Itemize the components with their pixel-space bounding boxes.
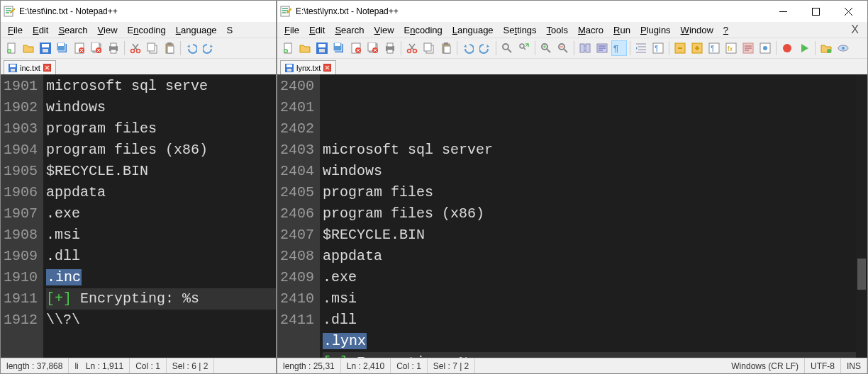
wrap-button[interactable] — [594, 40, 610, 56]
code-line[interactable]: .dll — [46, 246, 276, 267]
menu-encoding[interactable]: Encoding — [400, 23, 447, 37]
cut-button[interactable] — [404, 40, 420, 56]
code-line[interactable]: .lynx — [323, 331, 867, 352]
code-line[interactable]: program files — [46, 118, 276, 140]
print-button[interactable] — [106, 40, 121, 56]
menu-language[interactable]: Language — [172, 23, 221, 37]
pilcrow-button[interactable]: ¶ — [706, 40, 722, 56]
close-button[interactable] — [72, 40, 87, 56]
closeall-button[interactable] — [365, 40, 381, 56]
code-line[interactable]: .msi — [46, 225, 276, 246]
menu-language[interactable]: Language — [448, 23, 498, 37]
menu-tools[interactable]: Tools — [542, 23, 572, 37]
closeall-button[interactable] — [89, 40, 104, 56]
redo-button[interactable] — [201, 40, 216, 56]
code-line[interactable]: .exe — [323, 267, 867, 288]
menu-file[interactable]: File — [4, 23, 27, 37]
menu-settings[interactable]: Settings — [499, 23, 541, 37]
unfold-button[interactable] — [689, 40, 705, 56]
menu-run[interactable]: Run — [609, 23, 635, 37]
code-line[interactable]: windows — [323, 161, 867, 182]
replace-button[interactable] — [516, 40, 532, 56]
bookmark-button[interactable] — [757, 40, 773, 56]
redo-button[interactable] — [477, 40, 493, 56]
code-line[interactable]: program files (x86) — [323, 203, 867, 225]
menu-plugins[interactable]: Plugins — [636, 23, 675, 37]
code-line[interactable]: $RECYCLE.BIN — [323, 225, 867, 246]
tab-inc[interactable]: inc.txt — [4, 60, 56, 74]
print-button[interactable] — [382, 40, 398, 56]
menu-search[interactable]: Search — [330, 23, 368, 37]
code-area[interactable]: ➤ microsoft sql serverwindowsprogram fil… — [320, 74, 867, 358]
code-line[interactable]: $RECYCLE.BIN — [46, 161, 276, 182]
zoomin-button[interactable] — [538, 40, 554, 56]
editor[interactable]: 2400240124022403240424052406240724082409… — [277, 74, 867, 358]
copy-button[interactable] — [421, 40, 437, 56]
code-line[interactable]: .exe — [46, 203, 276, 225]
menu-search[interactable]: Search — [54, 23, 91, 37]
code-line[interactable]: \\?\ — [46, 310, 276, 331]
maximize-button[interactable] — [799, 1, 832, 22]
menu-settings-cut[interactable]: S — [223, 23, 238, 37]
monitor-button[interactable] — [835, 40, 851, 56]
open-button[interactable] — [21, 40, 36, 56]
code-line[interactable]: .inc — [46, 267, 276, 288]
menu-edit[interactable]: Edit — [305, 23, 329, 37]
new-button[interactable] — [280, 40, 296, 56]
close-icon[interactable] — [43, 64, 51, 72]
play-button[interactable] — [796, 40, 812, 56]
menu-file[interactable]: File — [280, 23, 304, 37]
folder-button[interactable] — [818, 40, 834, 56]
copy-button[interactable] — [145, 40, 160, 56]
undo-button[interactable] — [460, 40, 476, 56]
record-button[interactable] — [779, 40, 795, 56]
menu-?[interactable]: ? — [719, 23, 733, 37]
fold-button[interactable] — [672, 40, 688, 56]
menu-window[interactable]: Window — [677, 23, 718, 37]
close-icon[interactable] — [323, 64, 331, 72]
zoomout-button[interactable] — [555, 40, 571, 56]
menu-view[interactable]: View — [94, 23, 122, 37]
code-line[interactable]: microsoft sql serve — [46, 76, 276, 97]
code-line[interactable]: windows — [46, 97, 276, 118]
editor[interactable]: 1901190219031904190519061907190819091910… — [1, 74, 276, 358]
pilcrow-button[interactable]: ¶ — [650, 40, 666, 56]
code-line[interactable]: program files (x86) — [46, 140, 276, 161]
cut-button[interactable] — [128, 40, 143, 56]
code-line[interactable]: .dll — [323, 310, 867, 331]
close-button[interactable] — [832, 1, 864, 22]
code-line[interactable]: [+] Encrypting: %s — [46, 288, 276, 310]
code-line[interactable]: program files — [323, 182, 867, 203]
code-line[interactable]: [+] Encrypting: %s — [323, 352, 867, 358]
undo-button[interactable] — [184, 40, 199, 56]
find-button[interactable] — [499, 40, 515, 56]
tab-lynx[interactable]: lynx.txt — [280, 60, 336, 74]
paste-button[interactable] — [162, 40, 177, 56]
scrollbar-thumb[interactable] — [857, 259, 866, 290]
allchars-button[interactable]: ¶ — [611, 40, 627, 56]
new-button[interactable] — [4, 40, 19, 56]
indent-button[interactable] — [633, 40, 649, 56]
open-button[interactable] — [297, 40, 313, 56]
saveall-button[interactable] — [331, 40, 347, 56]
function-button[interactable]: fx — [723, 40, 739, 56]
minimize-button[interactable] — [767, 1, 799, 22]
titlebar[interactable]: E:\test\lynx.txt - Notepad++ — [277, 1, 867, 22]
menu-encoding[interactable]: Encoding — [123, 23, 170, 37]
comment-button[interactable] — [740, 40, 756, 56]
titlebar[interactable]: E:\test\inc.txt - Notepad++ — [1, 1, 276, 22]
code-line[interactable]: microsoft sql server — [323, 140, 867, 161]
code-area[interactable]: microsoft sql servewindowsprogram filesp… — [43, 74, 276, 358]
close-button[interactable] — [348, 40, 364, 56]
saveall-button[interactable] — [55, 40, 70, 56]
sync-button[interactable] — [577, 40, 593, 56]
menu-macro[interactable]: Macro — [574, 23, 608, 37]
scrollbar[interactable] — [856, 74, 867, 358]
menu-view[interactable]: View — [370, 23, 399, 37]
code-line[interactable]: appdata — [46, 182, 276, 203]
menu-edit[interactable]: Edit — [28, 23, 52, 37]
save-button[interactable] — [38, 40, 53, 56]
paste-button[interactable] — [438, 40, 454, 56]
code-line[interactable]: appdata — [323, 246, 867, 267]
save-button[interactable] — [314, 40, 330, 56]
